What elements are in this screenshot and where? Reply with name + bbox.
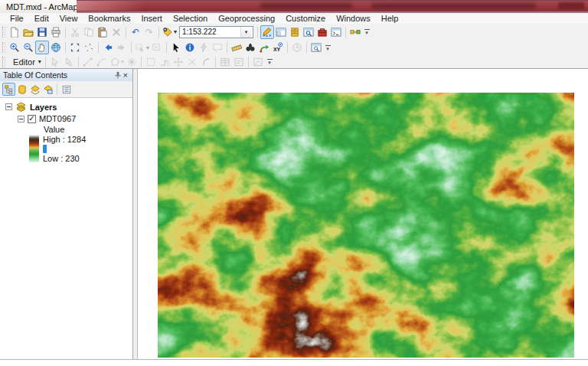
toolbar-options-button[interactable]: ▾: [362, 26, 371, 38]
blurred-window-buttons: [558, 2, 584, 9]
list-by-source-button[interactable]: [15, 83, 28, 96]
back-extent-button[interactable]: [101, 41, 115, 54]
point-tool: [125, 55, 139, 69]
window-title: MDT.mxd - ArcMap: [6, 2, 78, 11]
undo-button[interactable]: ↶: [129, 25, 142, 39]
modelbuilder-button[interactable]: [348, 25, 362, 39]
toc-toolbar: [0, 81, 132, 97]
menu-windows[interactable]: Windows: [331, 13, 376, 24]
identify-tool[interactable]: [183, 41, 197, 54]
menu-edit[interactable]: Edit: [29, 13, 54, 24]
layers-group-icon: [15, 102, 27, 112]
edit-tool: [48, 55, 62, 69]
edit-vertices-tool: [144, 55, 158, 69]
separator: [306, 42, 307, 53]
separator: [158, 27, 159, 38]
arctoolbox-button[interactable]: [315, 25, 329, 39]
layer-visibility-checkbox[interactable]: ✓: [28, 115, 36, 123]
toolbar-dock: ↶ ↷ ▾ ▾ ▾ ▾: [0, 24, 588, 68]
layers-group-row[interactable]: Layers: [5, 102, 132, 112]
search-window-button[interactable]: [302, 25, 315, 39]
list-by-selection-button[interactable]: [41, 83, 54, 96]
scale-dropdown-button[interactable]: ▾: [240, 27, 251, 38]
save-button[interactable]: [35, 25, 49, 39]
separator: [248, 57, 249, 67]
toc-tree: Layers ✓ MDT0967 Value High : 1284 Low :…: [0, 97, 132, 359]
zoom-in-tool[interactable]: [8, 41, 21, 54]
separator: [65, 27, 66, 38]
window-bottom-edge: [0, 359, 588, 365]
toc-options-button[interactable]: [60, 83, 73, 96]
print-button[interactable]: [49, 25, 63, 39]
toolbar-grip[interactable]: [2, 42, 5, 53]
fixed-zoom-in-button[interactable]: [68, 41, 82, 54]
separator: [227, 42, 227, 53]
fixed-zoom-out-button[interactable]: [82, 41, 96, 54]
map-scale-input[interactable]: [180, 27, 240, 37]
menu-customize[interactable]: Customize: [280, 13, 331, 24]
find-tool[interactable]: [243, 41, 257, 54]
editor-toolbar: Editor▾ A ▾ 1: ▾: [0, 55, 588, 68]
layers-group-label[interactable]: Layers: [30, 103, 57, 112]
copy-button: [82, 25, 96, 39]
rotate-tool: [185, 55, 199, 69]
close-icon[interactable]: ×: [122, 71, 129, 80]
editor-menu-button[interactable]: Editor▾: [8, 55, 43, 69]
collapse-icon[interactable]: [18, 116, 24, 123]
clear-selection-button: [150, 41, 164, 54]
main-content: Table Of Contents × Layers ✓ MDT0967: [0, 68, 588, 359]
select-features-tool: ▾: [134, 41, 150, 54]
tools-toolbar: ▾ XY ▾: [0, 40, 588, 55]
menu-file[interactable]: File: [5, 13, 29, 24]
menu-geoprocessing[interactable]: Geoprocessing: [213, 13, 280, 24]
collapse-icon[interactable]: [5, 103, 12, 110]
toolbar-grip[interactable]: [2, 57, 5, 67]
forward-extent-button: [115, 41, 129, 54]
titlebar-highlight: [77, 1, 145, 11]
layer-row[interactable]: ✓ MDT0967: [18, 114, 132, 123]
map-canvas[interactable]: [138, 69, 588, 359]
add-data-button[interactable]: ▾: [162, 25, 178, 39]
legend-high-label: High : 1284: [43, 135, 86, 144]
select-elements-tool[interactable]: [169, 41, 183, 54]
background-word-window-bar[interactable]: [77, 0, 588, 13]
menu-insert[interactable]: Insert: [136, 13, 168, 24]
menu-bookmarks[interactable]: Bookmarks: [83, 13, 136, 24]
separator: [345, 27, 346, 38]
trace-tool: [199, 55, 213, 69]
add-data-dropdown[interactable]: ▾: [174, 28, 177, 35]
layer-legend: High : 1284 Low : 230: [29, 135, 132, 163]
open-button[interactable]: [21, 25, 35, 39]
svg-text:A: A: [69, 62, 73, 67]
full-extent-button[interactable]: [49, 41, 63, 54]
toolbar-options-button[interactable]: ▾: [323, 41, 332, 54]
layer-name-label[interactable]: MDT0967: [39, 114, 76, 123]
separator: [57, 84, 57, 95]
hyperlink-tool: [197, 41, 211, 54]
menu-view[interactable]: View: [54, 13, 83, 24]
find-route-tool[interactable]: [257, 41, 271, 54]
toc-title: Table Of Contents: [3, 70, 67, 80]
menu-help[interactable]: Help: [376, 13, 404, 24]
legend-low-label: Low : 230: [43, 154, 80, 163]
toolbar-grip[interactable]: [2, 27, 5, 38]
list-by-visibility-button[interactable]: [28, 83, 41, 96]
viewer-window-button[interactable]: [309, 41, 323, 54]
catalog-window-button[interactable]: [288, 25, 302, 39]
paste-button[interactable]: [96, 25, 109, 39]
pan-tool[interactable]: [35, 41, 49, 54]
pin-icon[interactable]: [114, 71, 122, 79]
toolbar-options-button[interactable]: ▾: [265, 56, 274, 68]
separator: [215, 57, 216, 67]
go-to-xy-tool[interactable]: XY: [271, 41, 285, 54]
measure-tool[interactable]: [230, 41, 243, 54]
list-by-drawing-order-button[interactable]: [2, 83, 15, 96]
python-window-button[interactable]: [329, 25, 343, 39]
elevation-color-ramp[interactable]: [29, 135, 39, 162]
zoom-out-tool[interactable]: [21, 41, 35, 54]
separator: [131, 42, 132, 53]
menu-selection[interactable]: Selection: [168, 13, 213, 24]
table-of-contents-window-button[interactable]: [274, 25, 288, 39]
new-document-button[interactable]: [8, 25, 21, 39]
editor-toolbar-toggle[interactable]: [260, 25, 274, 39]
